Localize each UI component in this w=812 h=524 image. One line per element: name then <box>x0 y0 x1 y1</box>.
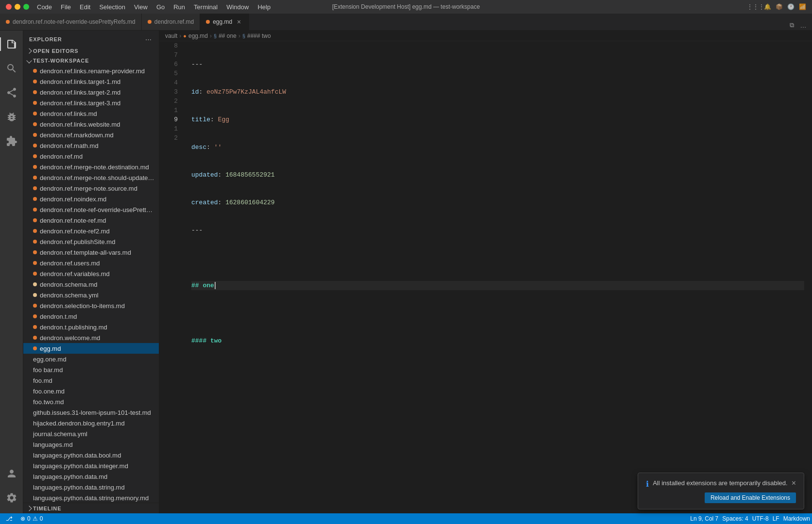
file-item[interactable]: languages.python.data.bool.md <box>23 450 159 460</box>
menu-help[interactable]: Help <box>254 2 274 12</box>
file-item[interactable]: dendron.ref.markdown.md <box>23 130 159 140</box>
code-line: id: eoNz75Pw7KzJAL4ahfcLW <box>191 87 804 97</box>
file-item[interactable]: dendron.ref.merge-note.destination.md <box>23 162 159 172</box>
file-name: dendron.schema.md <box>40 281 98 288</box>
editor-area[interactable]: 8 7 6 5 4 3 2 1 9 1 2 --- id: eoNz75Pw7K… <box>159 41 812 513</box>
reload-extensions-button[interactable]: Reload and Enable Extensions <box>705 492 796 503</box>
file-item[interactable]: dendron.ref.merge-note.source.md <box>23 183 159 194</box>
file-item[interactable]: dendron.ref.noindex.md <box>23 194 159 204</box>
file-item[interactable]: dendron.ref.merge-note.should-update-1.m… <box>23 172 159 183</box>
code-content[interactable]: --- id: eoNz75Pw7KzJAL4ahfcLW title: Egg… <box>184 41 812 513</box>
file-item[interactable]: dendron.ref.links.target-2.md <box>23 87 159 98</box>
status-branch[interactable]: ⎇ <box>4 513 15 524</box>
new-file-icon[interactable]: ⋯ <box>143 34 153 44</box>
split-editor-icon[interactable]: ⧉ <box>787 20 796 30</box>
file-item[interactable]: dendron.ref.variables.md <box>23 268 159 279</box>
file-item[interactable]: dendron.schema.md <box>23 279 159 290</box>
file-item[interactable]: dendron.ref.users.md <box>23 258 159 268</box>
status-errors[interactable]: ⊗ 0 ⚠ 0 <box>18 513 45 524</box>
status-position[interactable]: Ln 9, Col 7 <box>688 513 720 524</box>
file-item[interactable]: languages.python.data.integer.md <box>23 460 159 471</box>
extensions-activity-icon[interactable] <box>0 130 23 153</box>
minimize-button[interactable] <box>15 4 20 10</box>
breadcrumb-vault[interactable]: vault <box>165 33 177 39</box>
tab-dot <box>206 20 210 24</box>
breadcrumb-separator: › <box>179 33 181 39</box>
wifi-icon[interactable]: 📶 <box>798 3 806 11</box>
close-button[interactable] <box>6 4 12 10</box>
notification-close-button[interactable]: × <box>792 479 796 488</box>
file-item[interactable]: journal.schema.yml <box>23 428 159 439</box>
file-item[interactable]: languages.md <box>23 439 159 450</box>
source-control-activity-icon[interactable] <box>0 81 23 104</box>
tab-dendron-ref[interactable]: dendron.ref.md <box>142 13 200 30</box>
file-item[interactable]: dendron.ref.links.rename-provider.md <box>23 66 159 76</box>
file-item[interactable]: dendron.ref.links.target-1.md <box>23 76 159 87</box>
tab-dendron-ref-note-override[interactable]: dendron.ref.note-ref-override-usePrettyR… <box>0 13 142 30</box>
accounts-activity-icon[interactable] <box>0 462 23 485</box>
menu-go[interactable]: Go <box>152 2 169 12</box>
file-item[interactable]: languages.python.data.md <box>23 471 159 482</box>
status-encoding[interactable]: UTF-8 <box>750 513 771 524</box>
status-language[interactable]: Markdown <box>781 513 812 524</box>
file-item[interactable]: dendron.ref.links.target-3.md <box>23 98 159 108</box>
file-item[interactable]: dendron.ref.note-ref-override-usePrettyR… <box>23 204 159 215</box>
file-dot-icon: ● <box>183 33 186 39</box>
file-item-active[interactable]: egg.md <box>23 343 159 354</box>
menu-view[interactable]: View <box>130 2 152 12</box>
file-dot-orange <box>33 154 37 158</box>
breadcrumb-file[interactable]: ● egg.md <box>183 33 208 39</box>
file-item[interactable]: languages.python.data.string.md <box>23 482 159 492</box>
clock-icon[interactable]: 🕐 <box>787 3 795 11</box>
status-spaces[interactable]: Spaces: 4 <box>720 513 750 524</box>
settings-icon[interactable]: ⋮⋮⋮ <box>752 3 760 11</box>
file-item[interactable]: dendron.t.publishing.md <box>23 322 159 332</box>
file-item[interactable]: dendron.ref.template-all-vars.md <box>23 247 159 258</box>
maximize-button[interactable] <box>23 4 29 10</box>
menu-file[interactable]: File <box>57 2 75 12</box>
open-editors-section[interactable]: OPEN EDITORS <box>23 46 159 56</box>
file-item[interactable]: dendron.selection-to-items.md <box>23 300 159 311</box>
more-actions-icon[interactable]: … <box>798 20 808 30</box>
menu-edit[interactable]: Edit <box>76 2 94 12</box>
file-item[interactable]: dendron.welcome.md <box>23 332 159 343</box>
workspace-section[interactable]: TEST-WORKSPACE <box>23 56 159 66</box>
search-activity-icon[interactable] <box>0 57 23 80</box>
open-editors-label: OPEN EDITORS <box>33 48 78 54</box>
file-item[interactable]: dendron.ref.publishSite.md <box>23 236 159 247</box>
file-item[interactable]: dendron.schema.yml <box>23 290 159 300</box>
menu-selection[interactable]: Selection <box>95 2 129 12</box>
file-item[interactable]: foo bar.md <box>23 364 159 375</box>
status-eol[interactable]: LF <box>771 513 781 524</box>
file-item[interactable]: languages.python.data.string.memory.md <box>23 492 159 503</box>
file-item[interactable]: dendron.ref.links.website.md <box>23 119 159 130</box>
tab-close-button[interactable]: × <box>235 18 243 26</box>
manage-activity-icon[interactable] <box>0 486 23 509</box>
debug-activity-icon[interactable] <box>0 105 23 129</box>
file-item[interactable]: dendron.ref.note-ref2.md <box>23 226 159 236</box>
breadcrumb-h4[interactable]: § #### two <box>242 33 271 39</box>
file-item[interactable]: foo.one.md <box>23 386 159 396</box>
file-item[interactable]: foo.md <box>23 375 159 386</box>
menu-window[interactable]: Window <box>222 2 253 12</box>
file-item[interactable]: dendron.t.md <box>23 311 159 322</box>
status-bar: ⎇ ⊗ 0 ⚠ 0 Ln 9, Col 7 Spaces: 4 UTF-8 LF… <box>0 513 812 524</box>
file-item[interactable]: dendron.ref.note-ref.md <box>23 215 159 226</box>
file-name: dendron.schema.yml <box>40 292 99 299</box>
file-item[interactable]: hijacked.dendron.blog.entry1.md <box>23 418 159 428</box>
tab-egg-md[interactable]: egg.md × <box>200 13 249 30</box>
menu-code[interactable]: Code <box>33 2 56 12</box>
menu-terminal[interactable]: Terminal <box>190 2 221 12</box>
explorer-activity-icon[interactable] <box>0 33 23 56</box>
file-item[interactable]: egg.one.md <box>23 354 159 364</box>
menu-run[interactable]: Run <box>169 2 189 12</box>
dropbox-icon[interactable]: 📦 <box>775 3 783 11</box>
file-item[interactable]: github.issues.31-lorem-ipsum-101-test.md <box>23 407 159 418</box>
file-item[interactable]: foo.two.md <box>23 396 159 407</box>
file-item[interactable]: dendron.ref.math.md <box>23 140 159 151</box>
breadcrumb-h2[interactable]: § ## one <box>214 33 237 39</box>
file-item[interactable]: dendron.ref.md <box>23 151 159 162</box>
file-item[interactable]: dendron.ref.links.md <box>23 108 159 119</box>
timeline-section[interactable]: TIMELINE <box>23 503 159 513</box>
notification-icon[interactable]: 🔔 <box>763 3 771 11</box>
